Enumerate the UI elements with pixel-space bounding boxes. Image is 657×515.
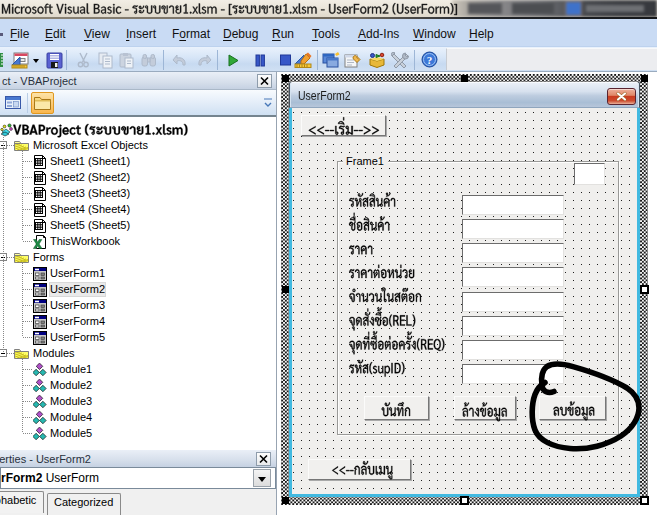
svg-text:?: ?	[427, 54, 433, 66]
